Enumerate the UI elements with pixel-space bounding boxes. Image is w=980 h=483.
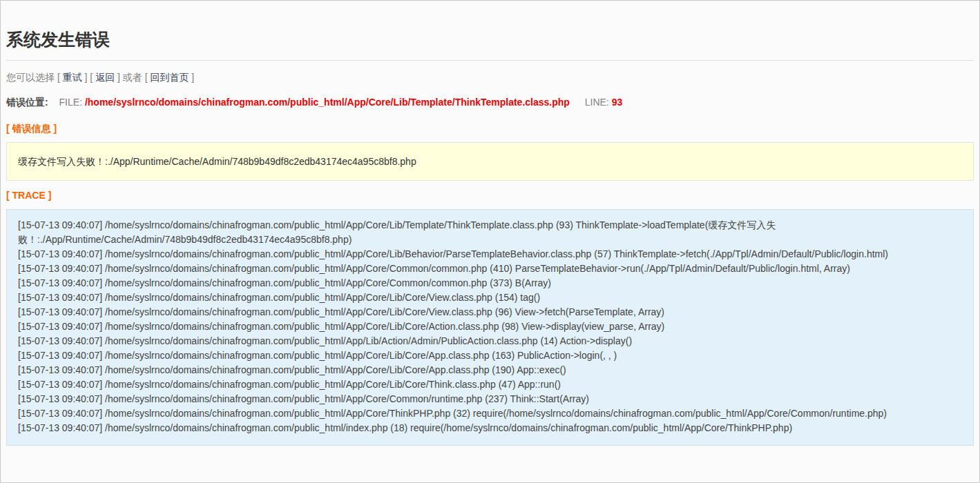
trace-entry: [15-07-13 09:40:07] /home/syslrnco/domai… xyxy=(18,276,962,290)
bracket-open: [ xyxy=(145,72,148,83)
error-location-label: 错误位置: xyxy=(6,97,48,108)
title-divider xyxy=(6,60,974,61)
error-message-box: 缓存文件写入失败！:./App/Runtime/Cache/Admin/748b… xyxy=(6,142,974,181)
trace-heading: [ TRACE ] xyxy=(6,190,974,201)
line-label: LINE: xyxy=(585,97,609,108)
back-link[interactable]: 返回 xyxy=(95,72,115,83)
page-title: 系统发生错误 xyxy=(6,30,974,48)
trace-entry: [15-07-13 09:40:07] /home/syslrnco/domai… xyxy=(18,377,962,392)
action-links-row: 您可以选择 [ 重试 ] [ 返回 ] 或者 [ 回到首页 ] xyxy=(6,72,974,83)
bracket-open: [ xyxy=(57,72,60,83)
retry-link[interactable]: 重试 xyxy=(63,72,82,83)
actions-or-text: 或者 xyxy=(123,72,142,83)
file-path: /home/syslrnco/domains/chinafrogman.com/… xyxy=(85,97,570,108)
line-number: 93 xyxy=(612,97,623,108)
trace-entry: [15-07-13 09:40:07] /home/syslrnco/domai… xyxy=(18,334,962,348)
file-label: FILE: xyxy=(59,97,82,108)
trace-log-box: [15-07-13 09:40:07] /home/syslrnco/domai… xyxy=(6,209,974,446)
trace-entry: [15-07-13 09:40:07] /home/syslrnco/domai… xyxy=(18,218,962,247)
bracket-close: ] xyxy=(191,72,194,83)
trace-entry: [15-07-13 09:40:07] /home/syslrnco/domai… xyxy=(18,247,962,262)
trace-entry: [15-07-13 09:40:07] /home/syslrnco/domai… xyxy=(18,392,962,406)
actions-prefix: 您可以选择 xyxy=(6,72,55,83)
trace-entry: [15-07-13 09:40:07] /home/syslrnco/domai… xyxy=(18,290,962,305)
home-link[interactable]: 回到首页 xyxy=(150,72,189,83)
error-message-text: 缓存文件写入失败！:./App/Runtime/Cache/Admin/748b… xyxy=(18,156,416,167)
error-info-heading: [ 错误信息 ] xyxy=(6,123,974,135)
trace-entry: [15-07-13 09:40:07] /home/syslrnco/domai… xyxy=(18,348,962,363)
bracket-close: ] xyxy=(85,72,88,83)
trace-entry: [15-07-13 09:40:07] /home/syslrnco/domai… xyxy=(18,319,962,334)
trace-entry: [15-07-13 09:40:07] /home/syslrnco/domai… xyxy=(18,421,962,435)
error-location-row: 错误位置: FILE: /home/syslrnco/domains/china… xyxy=(6,97,974,108)
bracket-open: [ xyxy=(90,72,93,83)
trace-entry: [15-07-13 09:40:07] /home/syslrnco/domai… xyxy=(18,406,962,421)
trace-entry: [15-07-13 09:40:07] /home/syslrnco/domai… xyxy=(18,363,962,377)
trace-entry: [15-07-13 09:40:07] /home/syslrnco/domai… xyxy=(18,305,962,319)
trace-entry: [15-07-13 09:40:07] /home/syslrnco/domai… xyxy=(18,262,962,276)
error-page: 系统发生错误 您可以选择 [ 重试 ] [ 返回 ] 或者 [ 回到首页 ] 错… xyxy=(0,0,980,483)
bracket-close: ] xyxy=(117,72,120,83)
